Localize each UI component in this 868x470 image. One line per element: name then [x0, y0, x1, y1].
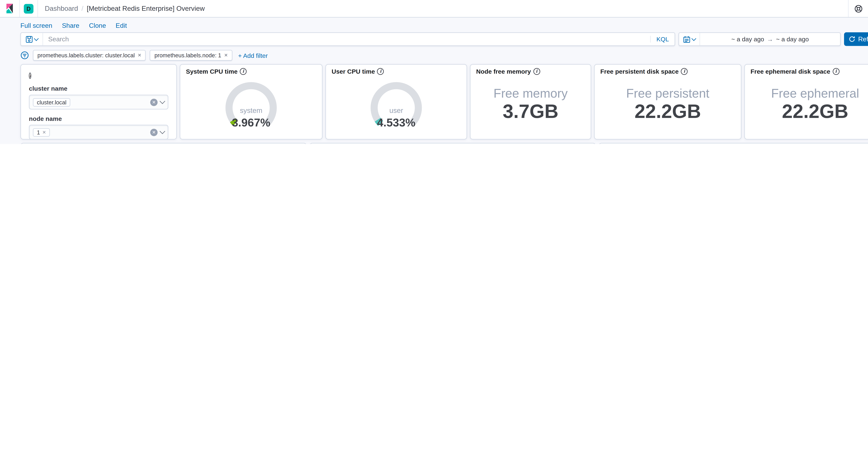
- node-name-select[interactable]: 1✕ ✕: [29, 125, 168, 140]
- panel-controls: i cluster name cluster.local✕ ✕ node nam…: [21, 64, 177, 140]
- panel-user-cpu-gauge: User CPU timei user4.533%: [325, 64, 467, 140]
- kibana-logo[interactable]: [0, 0, 20, 17]
- calendar-icon: [683, 35, 690, 43]
- calendar-button[interactable]: [679, 33, 700, 45]
- save-icon: [26, 35, 33, 43]
- total-requests-chart: 05,00010,00015,00020,00025,00030,00013:5…: [310, 144, 595, 144]
- search-bar: Search KQL: [21, 32, 675, 46]
- date-to: ~ a day ago: [776, 36, 809, 42]
- date-picker: ~ a day ago → ~ a day ago: [679, 32, 841, 46]
- date-range[interactable]: ~ a day ago → ~ a day ago: [700, 36, 840, 42]
- panel-network-traffic: Rate of incoming/outgoing network traffi…: [21, 143, 307, 144]
- chart-canvas: 0B500B1,000B1.5KB2KB2.4KB2.9KB3.4KB3.9KB…: [21, 144, 306, 144]
- menu-clone[interactable]: Clone: [89, 22, 106, 29]
- metric-value: 22.2GB: [634, 100, 701, 123]
- svg-text:4.533%: 4.533%: [377, 116, 415, 129]
- info-icon[interactable]: i: [681, 68, 688, 75]
- arrow-right-icon: →: [767, 36, 773, 42]
- filter-bar: prometheus.labels.cluster: cluster.local…: [21, 50, 868, 61]
- selected-option: 1✕: [33, 128, 50, 136]
- top-bar: D Dashboard / [Metricbeat Redis Enterpri…: [0, 0, 868, 18]
- refresh-icon: [848, 36, 855, 42]
- chart-canvas: 0510152025303540455013:5013:5514:0014:05…: [599, 144, 868, 144]
- info-icon[interactable]: i: [833, 68, 839, 75]
- chevron-down-icon: [159, 98, 165, 104]
- breadcrumb-separator: /: [82, 4, 83, 12]
- refresh-button[interactable]: Refresh: [844, 32, 868, 46]
- svg-text:user: user: [390, 107, 403, 114]
- gauge-system-cpu: system3.967%: [180, 65, 322, 139]
- panel-connections: Connectionsi 0510152025303540455013:5013…: [598, 143, 868, 144]
- kibana-logo-icon: [4, 3, 15, 14]
- gauge-user-cpu: user4.533%: [326, 65, 467, 139]
- panel-system-cpu-gauge: System CPU timei system3.967%: [180, 64, 322, 140]
- gauge-canvas: user4.533%: [326, 65, 467, 139]
- cluster-name-select[interactable]: cluster.local✕ ✕: [29, 95, 168, 110]
- metric-label: Free ephemeral: [771, 87, 859, 100]
- panel-free-persistent-disk: Free persistent disk spacei Free persist…: [594, 64, 741, 140]
- filter-pill-node[interactable]: prometheus.labels.node: 1✕: [150, 50, 232, 61]
- chart-canvas: 05,00010,00015,00020,00025,00030,00013:5…: [310, 144, 595, 144]
- close-icon[interactable]: ✕: [224, 53, 228, 58]
- menu-share[interactable]: Share: [62, 22, 79, 29]
- menu-full-screen[interactable]: Full screen: [21, 22, 53, 29]
- close-icon[interactable]: ✕: [138, 53, 142, 58]
- metric-value: 3.7GB: [503, 100, 558, 123]
- info-icon[interactable]: i: [377, 68, 384, 75]
- info-icon[interactable]: i: [533, 68, 540, 75]
- control-label: node name: [29, 115, 168, 122]
- metric-label: Free memory: [494, 87, 568, 100]
- panel-free-ephemeral-disk: Free ephemeral disk spacei Free ephemera…: [744, 64, 868, 140]
- breadcrumb: Dashboard / [Metricbeat Redis Enterprise…: [45, 4, 205, 12]
- connections-chart: 0510152025303540455013:5013:5514:0014:05…: [599, 144, 868, 144]
- page-title: [Metricbeat Redis Enterprise] Overview: [87, 4, 205, 12]
- space-badge[interactable]: D: [24, 4, 33, 13]
- gauge-canvas: system3.967%: [180, 65, 322, 139]
- chevron-down-icon: [34, 36, 39, 41]
- svg-text:system: system: [240, 107, 262, 114]
- panel-total-requests: Total requestsi 05,00010,00015,00020,000…: [310, 143, 596, 144]
- selected-option: cluster.local✕: [33, 98, 70, 106]
- kql-button[interactable]: KQL: [650, 36, 675, 42]
- svg-text:3.967%: 3.967%: [232, 116, 270, 129]
- dashboard-menu: Full screen Share Clone Edit: [21, 22, 868, 29]
- search-input[interactable]: Search: [43, 36, 650, 42]
- clear-selection-icon[interactable]: ✕: [150, 98, 157, 106]
- help-icon: [854, 4, 863, 13]
- filter-icon[interactable]: [21, 51, 29, 60]
- chevron-down-icon: [159, 128, 165, 134]
- query-bar: Search KQL ~ a day ago → ~ a day ago: [21, 32, 868, 46]
- menu-edit[interactable]: Edit: [116, 22, 127, 29]
- kibana-dashboard-app: D Dashboard / [Metricbeat Redis Enterpri…: [0, 0, 868, 144]
- panel-node-free-memory: Node free memoryi Free memory 3.7GB: [470, 64, 591, 140]
- metric-value: 22.2GB: [782, 100, 848, 123]
- help-button[interactable]: [848, 0, 868, 17]
- clear-selection-icon[interactable]: ✕: [150, 128, 157, 136]
- breadcrumb-dashboard[interactable]: Dashboard: [45, 4, 78, 12]
- info-icon[interactable]: i: [29, 72, 31, 79]
- remove-option-icon[interactable]: ✕: [42, 129, 46, 135]
- info-icon[interactable]: i: [240, 68, 247, 75]
- chevron-down-icon: [691, 36, 696, 41]
- filter-pill-cluster[interactable]: prometheus.labels.cluster: cluster.local…: [33, 50, 146, 61]
- date-from: ~ a day ago: [732, 36, 764, 42]
- saved-query-button[interactable]: [21, 33, 43, 45]
- metric-label: Free persistent: [626, 87, 709, 100]
- control-label: cluster name: [29, 85, 168, 92]
- network-traffic-chart: 0B500B1,000B1.5KB2KB2.4KB2.9KB3.4KB3.9KB…: [21, 144, 306, 144]
- add-filter-button[interactable]: + Add filter: [238, 52, 268, 59]
